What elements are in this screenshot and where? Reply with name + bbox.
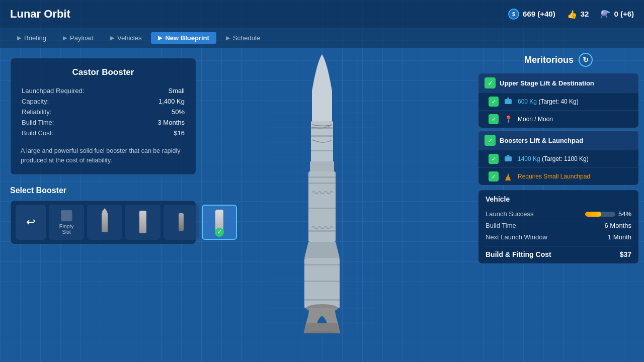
tab-label: New Blueprint xyxy=(165,34,209,42)
upper-stage-check: ✓ xyxy=(485,77,496,88)
merit-sub-moon: ✓ 📍 Moon / Moon xyxy=(478,110,638,128)
stat-buildtime: Build Time: 3 Months xyxy=(22,117,185,128)
boosters-card: ✓ Boosters Lift & Launchpad ✓ 1400 Kg (T… xyxy=(478,130,639,186)
booster-description: A large and powerful solid fuel booster … xyxy=(21,146,186,165)
sub-check-icon: ✓ xyxy=(489,114,499,124)
empty-slot-label: EmptySlot xyxy=(59,224,73,235)
tab-new-blueprint[interactable]: ▶ New Blueprint xyxy=(151,32,216,44)
booster-option-castor[interactable]: ✓ xyxy=(202,205,237,240)
tab-briefing[interactable]: ▶ Briefing xyxy=(10,32,53,44)
stat-buildcost: Build Cost: $16 xyxy=(22,128,185,138)
booster-shape-2 xyxy=(139,211,146,233)
launch-success-bar: 54% xyxy=(585,210,631,218)
merit-circle-icon: ↻ xyxy=(579,53,593,67)
svg-rect-31 xyxy=(506,177,510,180)
booster-stats: Launchpad Required: Small Capacity: 1,40… xyxy=(21,84,186,139)
svg-text:$: $ xyxy=(512,11,515,17)
back-icon: ↩ xyxy=(26,216,35,229)
tab-label: Schedule xyxy=(233,34,260,42)
thumbs-value: 32 xyxy=(581,10,589,18)
stat-label: Reliability: xyxy=(22,108,51,116)
merit-sub-1400kg: ✓ 1400 Kg (Target: 1100 Kg) xyxy=(478,150,638,167)
merit-moon-text: Moon / Moon xyxy=(518,116,553,123)
svg-rect-16 xyxy=(308,230,336,232)
progress-bar xyxy=(585,212,615,217)
arrow-icon: ▶ xyxy=(110,35,114,41)
merit-sub-launchpad: ✓ Requires Small Launchpad xyxy=(478,167,638,185)
merit-title: Meritorious xyxy=(524,55,574,65)
boosters-check: ✓ xyxy=(485,135,496,146)
build-cost-row: Build & Fitting Cost $37 xyxy=(486,246,631,258)
main-content: Castor Booster Launchpad Required: Small… xyxy=(0,48,644,362)
launchpad-orange-text: Requires Small Launchpad xyxy=(518,173,590,180)
booster-shape-1 xyxy=(102,212,108,232)
svg-rect-14 xyxy=(308,183,336,184)
svg-rect-28 xyxy=(505,156,512,161)
upper-stage-header: ✓ Upper Stage Lift & Destination xyxy=(478,73,638,93)
build-cost-label: Build & Fitting Cost xyxy=(486,250,551,258)
currency-resource: $ 669 (+40) xyxy=(508,8,555,20)
launch-success-label: Launch Success xyxy=(486,210,533,218)
stat-label: Capacity: xyxy=(22,98,49,105)
stat-value: 50% xyxy=(172,108,185,116)
merit-header: Meritorious ↻ xyxy=(478,53,639,67)
select-booster-title: Select Booster xyxy=(10,186,196,195)
merit-600kg-text: 600 Kg (Target: 40 Kg) xyxy=(518,98,579,105)
tab-schedule[interactable]: ▶ Schedule xyxy=(219,32,267,44)
highlight-1400kg: 1400 Kg xyxy=(518,155,540,162)
stat-label: Launchpad Required: xyxy=(22,87,84,95)
rocket-area xyxy=(247,48,397,339)
selected-check-icon: ✓ xyxy=(215,228,224,237)
svg-rect-6 xyxy=(312,91,332,121)
merit-sub-600kg: ✓ 600 Kg (Target: 40 Kg) xyxy=(478,93,638,110)
booster-option-empty[interactable]: ⬜ EmptySlot xyxy=(49,205,84,240)
booster-back-button[interactable]: ↩ xyxy=(16,205,46,240)
flask-resource: ⚗️ 0 (+6) xyxy=(599,8,634,20)
merit-launchpad-text: Requires Small Launchpad xyxy=(518,173,590,180)
svg-rect-11 xyxy=(310,161,334,171)
upper-stage-card: ✓ Upper Stage Lift & Destination ✓ 600 K… xyxy=(478,73,639,128)
stat-reliability: Reliability: 50% xyxy=(22,107,185,117)
stat-value: 1,400 Kg xyxy=(158,98,185,105)
booster-title: Castor Booster xyxy=(21,67,186,77)
launch-success-value: 54% xyxy=(618,210,631,218)
tab-payload[interactable]: ▶ Payload xyxy=(56,32,101,44)
weight-icon xyxy=(503,96,514,107)
build-time-value: 6 Months xyxy=(605,222,631,229)
svg-rect-13 xyxy=(308,176,336,178)
booster-info-card: Castor Booster Launchpad Required: Small… xyxy=(10,58,196,175)
boosters-header: ✓ Boosters Lift & Launchpad xyxy=(478,131,638,150)
stat-value: 3 Months xyxy=(158,119,185,126)
svg-rect-10 xyxy=(311,150,333,151)
booster-option-1[interactable] xyxy=(87,205,122,240)
stat-label: Build Time: xyxy=(22,119,54,126)
build-time-label: Build Time xyxy=(486,222,516,229)
page-title: Lunar Orbit xyxy=(10,8,70,21)
resources-bar: $ 669 (+40) 👍 32 ⚗️ 0 (+6) xyxy=(508,8,634,20)
svg-rect-18 xyxy=(304,264,340,265)
sub-check-icon: ✓ xyxy=(489,171,499,182)
svg-rect-19 xyxy=(304,281,340,282)
sub-check-icon: ✓ xyxy=(489,154,499,164)
stat-capacity: Capacity: 1,400 Kg xyxy=(22,96,185,107)
location-icon: 📍 xyxy=(503,114,514,125)
target-40kg: (Target: 40 Kg) xyxy=(538,98,578,105)
weight-icon-2 xyxy=(503,153,514,164)
next-launch-value: 1 Month xyxy=(608,233,631,241)
merit-1400kg-text: 1400 Kg (Target: 1100 Kg) xyxy=(518,155,589,162)
progress-fill xyxy=(585,212,601,217)
tab-label: Payload xyxy=(70,34,94,42)
flask-icon: ⚗️ xyxy=(599,8,611,20)
arrow-icon: ▶ xyxy=(63,35,67,41)
svg-rect-25 xyxy=(505,99,512,104)
svg-rect-20 xyxy=(304,299,340,301)
arrow-icon: ▶ xyxy=(226,35,230,41)
nav-tabs: ▶ Briefing ▶ Payload ▶ Vehicles ▶ New Bl… xyxy=(0,28,644,48)
tab-vehicles[interactable]: ▶ Vehicles xyxy=(103,32,148,44)
booster-option-2[interactable] xyxy=(125,205,160,240)
stat-value: $16 xyxy=(174,129,185,137)
upper-stage-title: Upper Stage Lift & Destination xyxy=(500,79,594,87)
booster-option-3[interactable] xyxy=(164,205,199,240)
thumbs-icon: 👍 xyxy=(566,8,578,20)
booster-shape-3 xyxy=(179,213,184,231)
